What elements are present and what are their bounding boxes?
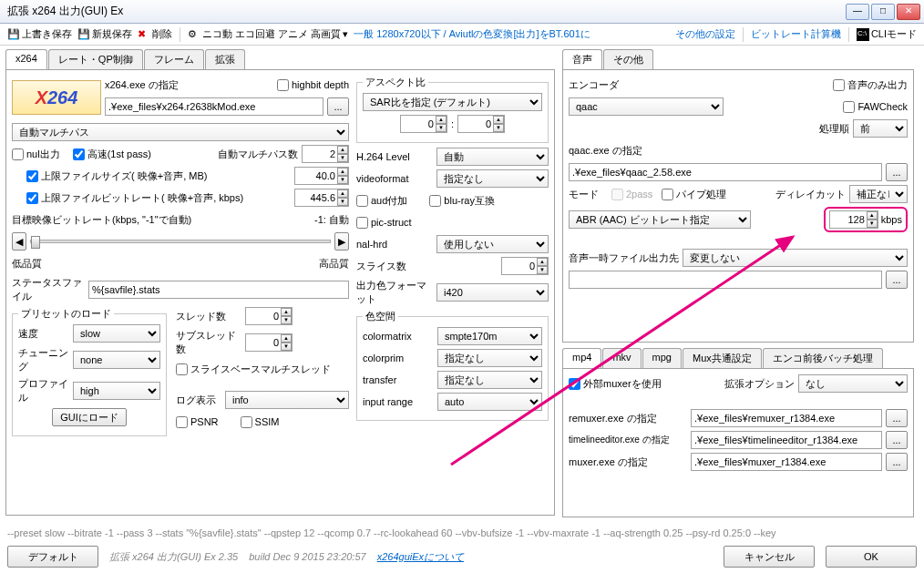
muxer-label: muxer.exe の指定 <box>569 455 687 469</box>
bitrate-unit: kbps <box>881 214 902 225</box>
stats-file-label: ステータスファイル <box>12 276 85 303</box>
slider-left-button[interactable]: ◀ <box>12 232 26 251</box>
cli-mode-button[interactable]: C:\CLIモード <box>857 27 917 41</box>
tab-other[interactable]: その他 <box>603 49 653 69</box>
nalhrd-select[interactable]: 使用しない <box>436 235 549 253</box>
output-color-label: 出力色フォーマット <box>356 279 433 306</box>
other-settings-link[interactable]: その他の設定 <box>675 27 735 41</box>
limit-bitrate-checkbox[interactable]: 上限ファイルビットレート( 映像+音声, kbps) <box>26 191 243 205</box>
tempfile-browse[interactable]: ... <box>886 271 908 289</box>
order-select[interactable]: 前 <box>853 119 908 138</box>
fawcheck-checkbox[interactable]: FAWCheck <box>843 101 908 113</box>
input-range-select[interactable]: auto <box>437 393 542 411</box>
multipass-num-label: 自動マルチパス数 <box>218 148 298 161</box>
tempfile-path[interactable] <box>569 271 882 289</box>
h264-level-select[interactable]: 自動 <box>436 148 549 166</box>
log-select[interactable]: info <box>225 391 349 409</box>
colormatrix-select[interactable]: smpte170m <box>437 327 542 345</box>
maximize-button[interactable]: □ <box>871 4 895 20</box>
multipass-select[interactable]: 自動マルチパス <box>12 123 349 141</box>
tleditor-browse[interactable]: ... <box>886 431 908 449</box>
tab-x264[interactable]: x264 <box>5 49 47 69</box>
tuning-select[interactable]: none <box>73 351 160 369</box>
profile-select[interactable]: high <box>73 382 160 400</box>
stats-file-input[interactable] <box>88 281 349 299</box>
tab-mp4[interactable]: mp4 <box>562 348 601 368</box>
tleditor-path[interactable] <box>691 431 882 449</box>
qaac-exe-browse[interactable]: ... <box>886 163 908 181</box>
tab-mkv[interactable]: mkv <box>602 348 641 368</box>
tab-audio[interactable]: 音声 <box>562 49 602 69</box>
nico-preset[interactable]: ⚙ニコ動 エコ回避 アニメ 高画質▾ <box>188 27 348 41</box>
profile-label: プロファイル <box>18 377 69 404</box>
tleditor-label: timelineeditor.exe の指定 <box>569 434 687 446</box>
output-color-select[interactable]: i420 <box>436 283 549 302</box>
highbit-checkbox[interactable]: highbit depth <box>277 79 349 91</box>
aspect-mode-select[interactable]: SAR比を指定 (デフォルト) <box>363 93 542 111</box>
close-button[interactable]: ✕ <box>897 4 920 20</box>
save-icon: 💾 <box>7 28 20 41</box>
audio-mode-select[interactable]: ABR (AAC) ビットレート指定 <box>569 210 751 229</box>
slider-right-button[interactable]: ▶ <box>334 232 349 251</box>
quality-slider[interactable] <box>30 240 331 243</box>
videoformat-select[interactable]: 指定なし <box>436 169 549 188</box>
audio-only-checkbox[interactable]: 音声のみ出力 <box>833 78 908 92</box>
encoder-select[interactable]: qaac <box>569 97 724 116</box>
ext-opt-select[interactable]: なし <box>798 374 908 393</box>
tempfile-select[interactable]: 変更しない <box>683 249 908 267</box>
order-label: 処理順 <box>819 122 849 136</box>
tab-ext[interactable]: 拡張 <box>205 49 245 69</box>
subthreads-label: サブスレッド数 <box>176 329 241 356</box>
transfer-label: transfer <box>363 374 434 385</box>
tab-mpg[interactable]: mpg <box>642 348 682 368</box>
pipe-checkbox[interactable]: パイプ処理 <box>662 188 726 201</box>
bitrate-calc-link[interactable]: ビットレート計算機 <box>751 27 841 41</box>
spin-up-icon[interactable]: ▲ <box>337 146 348 154</box>
target-bitrate-value: -1: 自動 <box>314 213 349 227</box>
slice-mt-checkbox[interactable]: スライスベースマルチスレッド <box>176 363 331 376</box>
limit-filesize-checkbox[interactable]: 上限ファイルサイズ( 映像+音声, MB) <box>26 169 207 183</box>
gui-load-button[interactable]: GUIにロード <box>52 408 127 426</box>
save-new-icon: 💾 <box>77 28 90 41</box>
x264-exe-browse[interactable]: ... <box>327 97 349 116</box>
tab-rate-qp[interactable]: レート・QP制御 <box>48 49 143 69</box>
remuxer-browse[interactable]: ... <box>886 409 908 427</box>
bluray-checkbox[interactable]: blu-ray互換 <box>429 194 495 208</box>
ext-muxer-checkbox[interactable]: 外部muxerを使用 <box>569 377 662 391</box>
psnr-checkbox[interactable]: PSNR <box>176 416 219 428</box>
save-new-button[interactable]: 💾新規保存 <box>77 27 132 41</box>
delete-button[interactable]: ✖削除 <box>138 27 172 41</box>
default-button[interactable]: デフォルト <box>7 546 98 568</box>
spin-down-icon[interactable]: ▼ <box>337 154 348 162</box>
toolbar: 💾上書き保存 💾新規保存 ✖削除 ⚙ニコ動 エコ回避 アニメ 高画質▾ 一般 1… <box>0 24 924 46</box>
remuxer-path[interactable] <box>691 409 882 427</box>
qaac-exe-path[interactable] <box>569 163 882 181</box>
chevron-down-icon: ▾ <box>343 28 348 40</box>
tab-mux-common[interactable]: Mux共通設定 <box>683 348 762 368</box>
speed-select[interactable]: slow <box>73 324 160 343</box>
delay-select[interactable]: 補正なし <box>849 185 908 203</box>
muxer-path[interactable] <box>691 453 882 471</box>
picstruct-checkbox[interactable]: pic-struct <box>356 217 412 229</box>
ok-button[interactable]: OK <box>826 546 917 568</box>
fast-1stpass-checkbox[interactable]: 高速(1st pass) <box>73 148 151 161</box>
tab-batch[interactable]: エンコ前後バッチ処理 <box>763 348 883 368</box>
about-link[interactable]: x264guiExについて <box>377 550 464 564</box>
aud-checkbox[interactable]: aud付加 <box>356 194 407 208</box>
nul-out-checkbox[interactable]: nul出力 <box>12 148 60 161</box>
twopass-checkbox[interactable]: 2pass <box>611 189 652 200</box>
ssim-checkbox[interactable]: SSIM <box>241 416 280 428</box>
nalhrd-label: nal-hrd <box>356 239 433 250</box>
tab-frame[interactable]: フレーム <box>144 49 204 69</box>
minimize-button[interactable]: — <box>846 4 869 20</box>
high-quality-label: 高品質 <box>319 257 349 271</box>
general-preset[interactable]: 一般 1280x720以下 / Aviutlの色変換[出力]をBT.601に <box>354 27 590 41</box>
save-overwrite-button[interactable]: 💾上書き保存 <box>7 27 72 41</box>
cancel-button[interactable]: キャンセル <box>724 546 815 568</box>
input-range-label: input range <box>363 396 434 407</box>
muxer-browse[interactable]: ... <box>886 453 908 471</box>
colorspace-group-label: 色空間 <box>363 310 398 323</box>
colorprim-select[interactable]: 指定なし <box>437 349 542 367</box>
x264-exe-path[interactable] <box>105 97 323 116</box>
transfer-select[interactable]: 指定なし <box>437 371 542 389</box>
